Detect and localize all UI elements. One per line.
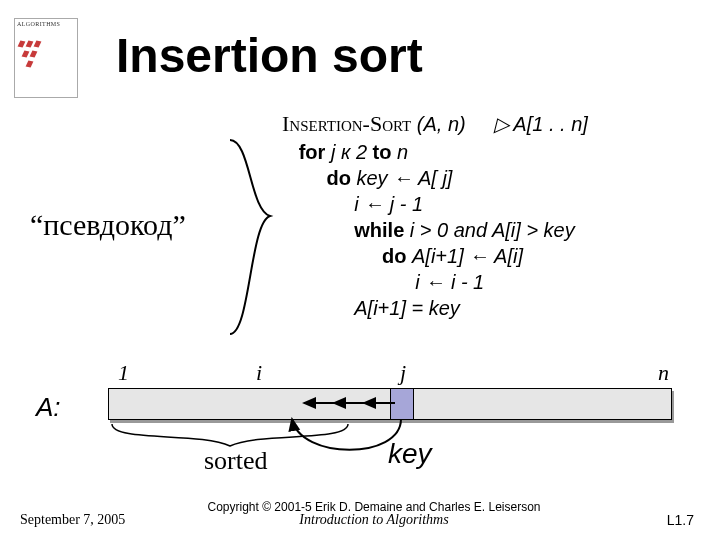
code-line-1: Insertion-Sort (A, n) ▷ A[1 . . n] — [282, 110, 588, 139]
array-j-cell — [390, 388, 414, 420]
code-line-3: do key ← A[ j] — [282, 165, 588, 191]
footer-date: September 7, 2005 — [20, 512, 125, 528]
book-thumbnail-title: ALGORITHMS — [17, 21, 60, 27]
array-name-label: A: — [36, 392, 61, 423]
pseudocode-label: “псевдокод” — [30, 208, 186, 242]
book-thumbnail-art — [19, 41, 43, 67]
key-label: key — [388, 438, 432, 470]
code-line-5: while i > 0 and A[i] > key — [282, 217, 588, 243]
code-line-4: i ← j - 1 — [282, 191, 588, 217]
code-line-7: i ← i - 1 — [282, 269, 588, 295]
index-j: j — [400, 360, 406, 386]
code-line-2: for j к 2 to n — [282, 139, 588, 165]
index-one: 1 — [118, 360, 129, 386]
footer-page-number: L1.7 — [667, 512, 694, 528]
sorted-label: sorted — [204, 446, 268, 476]
slide-title: Insertion sort — [116, 28, 423, 83]
index-n: n — [658, 360, 669, 386]
footer-book-title: Introduction to Algorithms — [194, 512, 554, 528]
code-line-8: A[i+1] = key — [282, 295, 588, 321]
code-line-6: do A[i+1] ← A[i] — [282, 243, 588, 269]
pseudocode-block: Insertion-Sort (A, n) ▷ A[1 . . n] for j… — [282, 110, 588, 321]
index-i: i — [256, 360, 262, 386]
book-thumbnail: ALGORITHMS — [14, 18, 78, 98]
